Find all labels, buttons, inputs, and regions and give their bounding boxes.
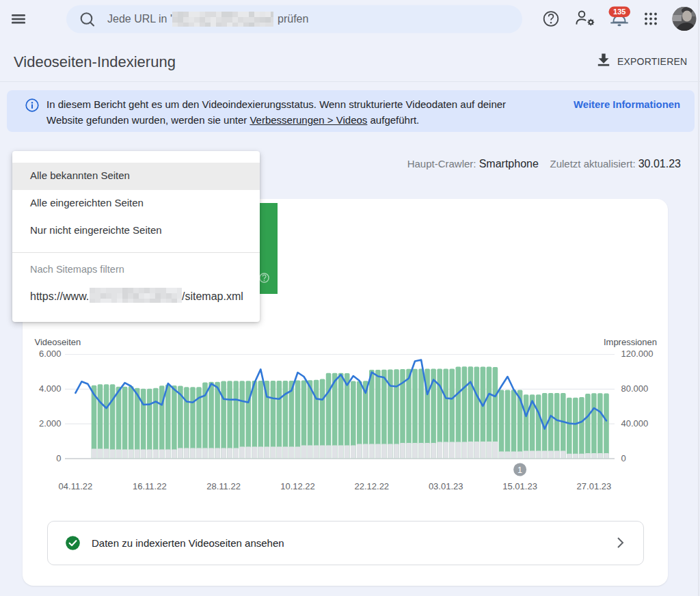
svg-text:28.11.22: 28.11.22: [206, 481, 241, 491]
svg-text:120.000: 120.000: [621, 349, 654, 359]
svg-text:6.000: 6.000: [39, 349, 62, 359]
svg-text:03.01.23: 03.01.23: [429, 481, 463, 491]
svg-text:80.000: 80.000: [621, 383, 649, 394]
svg-text:16.11.22: 16.11.22: [133, 481, 167, 491]
svg-text:22.12.22: 22.12.22: [354, 481, 389, 491]
svg-text:1: 1: [517, 465, 522, 475]
svg-text:Videoseiten: Videoseiten: [35, 337, 81, 347]
svg-text:04.11.22: 04.11.22: [59, 481, 93, 491]
svg-text:27.01.23: 27.01.23: [577, 481, 612, 491]
svg-text:10.12.22: 10.12.22: [280, 481, 315, 491]
svg-text:0: 0: [621, 453, 626, 463]
svg-text:2.000: 2.000: [39, 418, 62, 429]
svg-text:4.000: 4.000: [39, 383, 62, 394]
svg-text:15.01.23: 15.01.23: [502, 481, 537, 491]
svg-text:Impressionen: Impressionen: [604, 337, 657, 347]
svg-text:40.000: 40.000: [621, 418, 649, 429]
svg-text:0: 0: [56, 453, 61, 463]
svg-text:135: 135: [613, 8, 625, 16]
